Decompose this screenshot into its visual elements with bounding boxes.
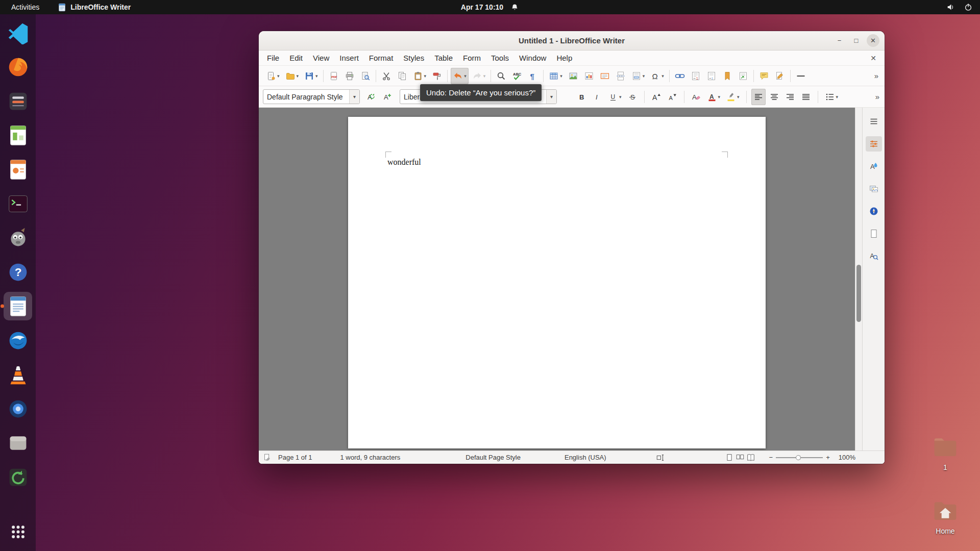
- menu-view[interactable]: View: [308, 52, 334, 64]
- align-justify-button[interactable]: [799, 89, 813, 105]
- chevron-down-icon[interactable]: ▾: [836, 94, 839, 99]
- find-replace-button[interactable]: [494, 68, 508, 84]
- word-count[interactable]: 1 word, 9 characters: [340, 454, 401, 461]
- print-button[interactable]: [342, 68, 357, 84]
- chevron-down-icon[interactable]: ▾: [277, 73, 280, 79]
- toolbar-overflow-button[interactable]: »: [873, 71, 879, 80]
- shrink-font-button[interactable]: A: [665, 89, 679, 105]
- hyperlink-button[interactable]: [673, 68, 687, 84]
- bookmark-button[interactable]: [720, 68, 734, 84]
- zoom-slider[interactable]: − +: [769, 454, 830, 461]
- sidebar-styles-button[interactable]: A: [866, 159, 882, 174]
- track-changes-button[interactable]: [773, 68, 787, 84]
- font-color-button[interactable]: A▾: [705, 89, 723, 105]
- horizontal-line-button[interactable]: [794, 68, 808, 84]
- insert-mode-indicator[interactable]: [656, 453, 665, 462]
- book-view-icon[interactable]: [746, 453, 755, 462]
- dock-item-app-grid[interactable]: [4, 517, 32, 546]
- comment-button[interactable]: [757, 68, 771, 84]
- sidebar-inspector-button[interactable]: A: [866, 248, 882, 264]
- selection-mode-icon[interactable]: [263, 453, 272, 462]
- menu-edit[interactable]: Edit: [284, 52, 308, 64]
- dock-item-impress[interactable]: [4, 155, 32, 184]
- chevron-down-icon[interactable]: ▾: [619, 94, 622, 99]
- single-page-view-icon[interactable]: [725, 453, 734, 462]
- cut-button[interactable]: [379, 68, 394, 84]
- page-break-button[interactable]: [614, 68, 628, 84]
- menu-styles[interactable]: Styles: [398, 52, 429, 64]
- align-right-button[interactable]: [783, 89, 797, 105]
- page-style[interactable]: Default Page Style: [465, 454, 521, 461]
- dock-item-chromium[interactable]: [4, 394, 32, 423]
- maximize-button[interactable]: □: [850, 34, 863, 47]
- menu-format[interactable]: Format: [364, 52, 399, 64]
- dock-item-vscode[interactable]: [4, 18, 32, 47]
- italic-button[interactable]: I: [590, 89, 604, 105]
- chevron-down-icon[interactable]: ▾: [349, 90, 359, 104]
- sidebar-gallery-button[interactable]: [866, 181, 882, 196]
- insert-textbox-button[interactable]: [598, 68, 612, 84]
- insert-chart-button[interactable]: [582, 68, 596, 84]
- system-tray[interactable]: [946, 3, 980, 12]
- dock-item-recycler[interactable]: [4, 463, 32, 491]
- new-doc-button[interactable]: ▾: [264, 68, 282, 84]
- new-style-button[interactable]: A: [380, 89, 395, 105]
- clear-formatting-button[interactable]: A: [689, 89, 703, 105]
- close-button[interactable]: ✕: [867, 34, 879, 47]
- clock-button[interactable]: Apr 17 10:10: [461, 3, 519, 12]
- footnote-button[interactable]: 1: [689, 68, 703, 84]
- menu-window[interactable]: Window: [514, 52, 551, 64]
- dock-item-gimp[interactable]: [4, 223, 32, 252]
- dock-item-vlc[interactable]: [4, 360, 32, 389]
- chevron-down-icon[interactable]: ▾: [483, 73, 486, 79]
- zoom-track[interactable]: [776, 455, 823, 461]
- dock-item-terminal[interactable]: [4, 189, 32, 218]
- menu-table[interactable]: Table: [429, 52, 458, 64]
- window-titlebar[interactable]: Untitled 1 - LibreOffice Writer − □ ✕: [259, 31, 885, 51]
- sidebar-properties-button[interactable]: [866, 136, 882, 152]
- zoom-percent[interactable]: 100%: [839, 454, 855, 461]
- chevron-down-icon[interactable]: ▾: [662, 73, 664, 79]
- chevron-down-icon[interactable]: ▾: [560, 73, 562, 79]
- spellcheck-button[interactable]: ABC: [510, 68, 524, 84]
- undo-button[interactable]: ▾: [451, 68, 469, 84]
- sidebar-navigator-button[interactable]: [866, 204, 882, 219]
- dock-item-calc[interactable]: [4, 121, 32, 149]
- vertical-scrollbar[interactable]: [855, 108, 862, 450]
- endnote-button[interactable]: i: [704, 68, 719, 84]
- highlight-color-button[interactable]: ▾: [724, 89, 742, 105]
- dock-item-files[interactable]: [4, 87, 32, 115]
- document-area[interactable]: wonderful: [259, 108, 855, 450]
- sidebar-menu-button[interactable]: [866, 114, 882, 129]
- sidebar-page-button[interactable]: [866, 226, 882, 241]
- underline-button[interactable]: U▾: [606, 89, 624, 105]
- chevron-down-icon[interactable]: ▾: [297, 73, 299, 79]
- multi-page-view-icon[interactable]: [736, 453, 745, 462]
- save-button[interactable]: ▾: [302, 68, 320, 84]
- copy-button[interactable]: [395, 68, 409, 84]
- open-button[interactable]: ▾: [283, 68, 301, 84]
- insert-table-button[interactable]: ▾: [547, 68, 565, 84]
- dock-item-help[interactable]: ?: [4, 258, 32, 286]
- menu-insert[interactable]: Insert: [334, 52, 364, 64]
- activities-button[interactable]: Activities: [9, 2, 41, 12]
- chevron-down-icon[interactable]: ▾: [737, 94, 740, 99]
- print-preview-button[interactable]: [358, 68, 373, 84]
- menu-tools[interactable]: Tools: [486, 52, 514, 64]
- chevron-down-icon[interactable]: ▾: [643, 73, 645, 79]
- chevron-down-icon[interactable]: ▾: [424, 73, 427, 79]
- text-language[interactable]: English (USA): [565, 454, 606, 461]
- zoom-in-button[interactable]: +: [826, 454, 830, 461]
- desktop-folder-home[interactable]: Home: [927, 497, 964, 535]
- bullet-list-button[interactable]: ▾: [823, 89, 841, 105]
- dock-item-writer[interactable]: [4, 292, 32, 320]
- dock-item-firefox[interactable]: [4, 53, 32, 81]
- minimize-button[interactable]: −: [833, 34, 846, 47]
- chevron-down-icon[interactable]: ▾: [546, 90, 556, 104]
- menu-help[interactable]: Help: [551, 52, 577, 64]
- chevron-down-icon[interactable]: ▾: [464, 73, 467, 79]
- bold-button[interactable]: B: [574, 89, 589, 105]
- insert-field-button[interactable]: ▾: [629, 68, 647, 84]
- paste-button[interactable]: ▾: [411, 68, 429, 84]
- grow-font-button[interactable]: A: [649, 89, 664, 105]
